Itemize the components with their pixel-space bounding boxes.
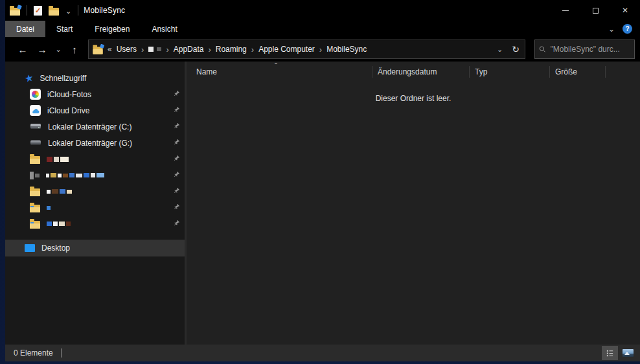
pin-icon	[173, 122, 180, 131]
refresh-icon[interactable]: ↻	[512, 44, 520, 54]
sidebar-item-schnellzugriff[interactable]: ★ Schnellzugriff	[5, 70, 185, 86]
breadcrumb-overflow-icon[interactable]: «	[108, 45, 112, 54]
recent-locations-chevron-icon[interactable]: ⌄	[52, 45, 65, 54]
search-input[interactable]	[551, 45, 630, 54]
close-icon: ✕	[622, 6, 628, 15]
ribbon-collapse-chevron-icon[interactable]: ⌄	[608, 25, 615, 34]
folder-icon	[30, 205, 40, 212]
sidebar-item-label: iCloud-Fotos	[47, 90, 91, 99]
up-button[interactable]: ↑	[65, 44, 84, 55]
quick-access-star-icon: ★	[24, 73, 34, 84]
item-count: 0 Elemente	[14, 348, 53, 358]
thumbnail-view-button[interactable]	[620, 346, 636, 360]
tab-freigeben[interactable]: Freigeben	[84, 21, 141, 37]
breadcrumb-separator-icon[interactable]: ›	[208, 44, 211, 54]
details-view-button[interactable]	[602, 346, 618, 360]
pin-icon	[173, 106, 180, 115]
sidebar-item-redacted[interactable]	[5, 216, 185, 232]
pin-icon	[173, 220, 180, 229]
location-folder-icon	[93, 47, 102, 54]
tab-ansicht[interactable]: Ansicht	[141, 21, 188, 37]
breadcrumb-separator-icon[interactable]: ›	[251, 44, 254, 54]
sidebar-item-desktop[interactable]: Desktop	[5, 240, 185, 256]
pin-icon	[173, 171, 180, 180]
toolbar-separator	[27, 5, 27, 16]
breadcrumb-separator-icon[interactable]: ›	[166, 44, 168, 54]
status-separator	[61, 348, 62, 358]
sidebar-item-label: Desktop	[41, 244, 70, 253]
pin-icon	[173, 155, 180, 164]
quick-access-toolbar: ✓ ⌄	[5, 5, 78, 16]
address-bar[interactable]: « Users › › AppData › Roaming › Apple Co…	[88, 40, 525, 59]
redacted-label	[47, 157, 69, 162]
redacted-icon	[30, 172, 40, 179]
address-dropdown-chevron-icon[interactable]: ⌄	[497, 45, 503, 54]
tab-datei[interactable]: Datei	[5, 21, 45, 37]
search-icon	[539, 45, 546, 53]
breadcrumb-appdata[interactable]: AppData	[174, 45, 204, 54]
empty-folder-message: Dieser Ordner ist leer.	[187, 94, 640, 103]
sidebar-item-icloud-fotos[interactable]: iCloud-Fotos	[5, 86, 185, 102]
drive-icon	[30, 122, 41, 132]
breadcrumb-separator-icon[interactable]: ›	[319, 44, 322, 54]
minimize-icon	[562, 10, 569, 11]
tab-start[interactable]: Start	[45, 21, 84, 37]
redacted-label	[46, 173, 104, 177]
window-title: MobileSync	[84, 6, 125, 15]
icloud-photos-icon	[30, 89, 41, 100]
minimize-button[interactable]	[551, 0, 580, 21]
folder-icon	[30, 188, 40, 196]
column-header-type[interactable]: Typ	[470, 62, 550, 82]
breadcrumb-mobilesync[interactable]: MobileSync	[326, 45, 367, 54]
ribbon-tab-bar: Datei Start Freigeben Ansicht ⌄ ?	[5, 21, 640, 37]
sidebar-item-icloud-drive[interactable]: iCloud Drive	[5, 102, 185, 119]
sidebar-item-local-disk-c[interactable]: Lokaler Datenträger (C:)	[5, 119, 185, 135]
column-header-name[interactable]: Name	[187, 62, 372, 82]
sidebar-item-redacted[interactable]	[5, 167, 185, 183]
sidebar-item-redacted[interactable]	[5, 151, 185, 167]
tabrow-spacer	[189, 21, 608, 37]
pin-icon	[173, 90, 180, 99]
sidebar-item-label: iCloud Drive	[47, 106, 89, 115]
icloud-drive-icon	[30, 105, 41, 116]
maximize-button[interactable]	[580, 0, 610, 21]
properties-icon[interactable]: ✓	[34, 6, 42, 16]
title-bar: ✓ ⌄ MobileSync ✕	[5, 0, 640, 21]
forward-button[interactable]: →	[32, 44, 52, 55]
customize-toolbar-chevron-icon[interactable]: ⌄	[65, 6, 71, 15]
navigation-bar: ← → ⌄ ↑ « Users › › AppData › Roaming › …	[5, 37, 640, 62]
close-button[interactable]: ✕	[610, 0, 640, 21]
sidebar-item-label: Lokaler Datenträger (G:)	[48, 139, 132, 148]
sidebar-item-redacted[interactable]	[5, 183, 185, 199]
breadcrumb-username-redacted[interactable]	[148, 47, 161, 52]
breadcrumb: « Users › › AppData › Roaming › Apple Co…	[93, 44, 497, 54]
details-view-icon	[606, 349, 614, 358]
sidebar-item-local-disk-g[interactable]: Lokaler Datenträger (G:)	[5, 135, 185, 151]
pin-icon	[173, 203, 180, 212]
breadcrumb-separator-icon[interactable]: ›	[141, 44, 144, 54]
folder-accent-icon	[100, 44, 104, 49]
file-list-pane: ˆ Name Änderungsdatum Typ Größe Dieser O…	[187, 62, 640, 345]
folder-icon	[30, 221, 40, 229]
breadcrumb-apple-computer[interactable]: Apple Computer	[258, 45, 315, 54]
search-box[interactable]	[534, 40, 635, 59]
folder-accent-icon	[17, 5, 22, 10]
column-headers: ˆ Name Änderungsdatum Typ Größe	[187, 62, 640, 82]
desktop-icon	[25, 244, 35, 252]
status-bar: 0 Elemente	[5, 345, 640, 361]
pin-icon	[173, 187, 180, 196]
breadcrumb-roaming[interactable]: Roaming	[216, 45, 247, 54]
column-header-size[interactable]: Größe	[550, 62, 606, 82]
maximize-icon	[593, 8, 599, 14]
thumbnail-view-icon	[623, 349, 634, 357]
breadcrumb-users[interactable]: Users	[117, 45, 137, 54]
redacted-label	[47, 222, 71, 226]
sidebar-item-label: Lokaler Datenträger (C:)	[48, 122, 131, 131]
new-folder-icon[interactable]	[49, 8, 59, 16]
app-window-icon	[10, 8, 20, 16]
back-button[interactable]: ←	[13, 44, 32, 55]
help-icon[interactable]: ?	[623, 24, 632, 34]
column-header-date[interactable]: Änderungsdatum	[372, 62, 470, 82]
sidebar-item-redacted[interactable]	[5, 199, 185, 216]
drive-icon	[30, 138, 41, 148]
